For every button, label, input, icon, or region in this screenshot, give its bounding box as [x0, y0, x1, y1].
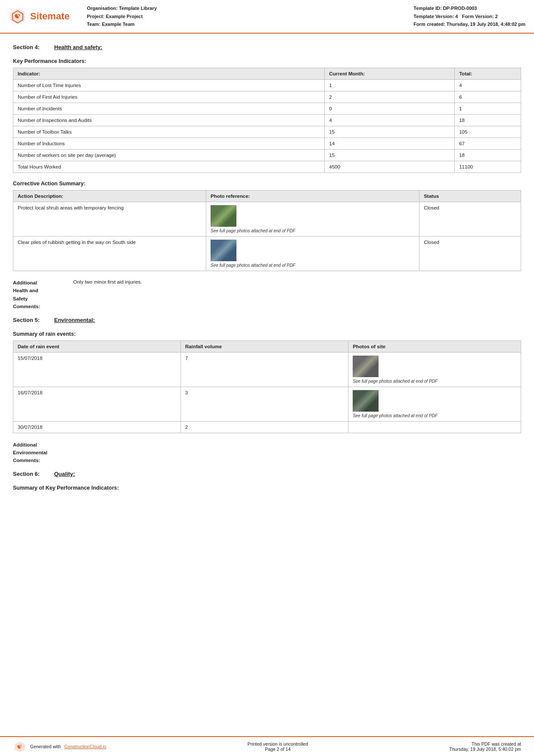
- footer-link[interactable]: ConstructionCloud.io: [64, 744, 106, 749]
- rain-caption-1: See full page photos attached at end of …: [353, 379, 516, 384]
- kpi-row-8: Total Hours Worked450011100: [13, 161, 521, 173]
- kpi-col-total: Total:: [455, 68, 521, 80]
- page-header: Sitemate Organisation: Template Library …: [0, 0, 534, 34]
- rain-date-3: 30/07/2018: [13, 421, 181, 433]
- photo-cell-1: See full page photos attached at end of …: [211, 205, 415, 233]
- form-version-value: 2: [495, 14, 498, 19]
- form-created-label: Form created:: [413, 22, 445, 27]
- footer-right: This PDF was created at Thursday, 19 Jul…: [449, 741, 521, 752]
- rain-photo-cell-1: See full page photos attached at end of …: [353, 356, 516, 384]
- rain-volume-1: 7: [181, 352, 348, 387]
- rain-col-photos: Photos of site: [348, 341, 521, 352]
- kpi-cell-3-2: 0: [325, 103, 455, 115]
- kpi-cell-1-1: Number of Lost Time Injuries: [13, 80, 325, 91]
- kpi-cell-5-1: Number of Toolbox Talks: [13, 126, 325, 138]
- header-meta-right: Template ID: DP-PROD-0003 Template Versi…: [413, 4, 525, 28]
- footer-right-text: This PDF was created at: [449, 741, 521, 747]
- project-row: Project: Example Project: [87, 12, 157, 21]
- photo-thumb-rubbish: [211, 240, 236, 261]
- section6-heading: Section 6: Quality:: [13, 471, 521, 477]
- team-row: Team: Example Team: [87, 20, 157, 28]
- kpi-cell-7-3: 18: [455, 150, 521, 161]
- logo-area: Sitemate: [9, 4, 70, 28]
- corrective-photo-1: See full page photos attached at end of …: [206, 202, 419, 237]
- template-id-row: Template ID: DP-PROD-0003: [413, 4, 525, 12]
- template-id-label: Template ID:: [413, 6, 441, 11]
- kpi-row-7: Number of workers on site per day (avera…: [13, 150, 521, 161]
- additional-hs-value: Only two minor first aid injuries.: [73, 279, 521, 311]
- rain-photo-1: See full page photos attached at end of …: [348, 352, 521, 387]
- photo-cell-2: See full page photos attached at end of …: [211, 240, 415, 268]
- kpi-heading: Key Performance Indicators:: [13, 58, 521, 64]
- org-value: Template Library: [119, 6, 157, 11]
- additional-env-value: [73, 441, 521, 465]
- rain-row-3: 30/07/2018 2: [13, 421, 521, 433]
- kpi-row-1: Number of Lost Time Injuries14: [13, 80, 521, 91]
- kpi-cell-2-1: Number of First Aid Injuries: [13, 91, 325, 103]
- org-label: Organisation:: [87, 6, 118, 11]
- corrective-status-2: Closed: [419, 237, 521, 271]
- template-id-value: DP-PROD-0003: [443, 6, 477, 11]
- template-version-row: Template Version: 4 Form Version: 2: [413, 12, 525, 21]
- template-version-value: 4: [455, 14, 458, 19]
- rain-thumb-1: [353, 356, 379, 377]
- project-label: Project:: [87, 14, 105, 19]
- kpi-cell-8-2: 4500: [325, 161, 455, 173]
- kpi-cell-5-2: 15: [325, 126, 455, 138]
- kpi-cell-6-1: Number of Inductions: [13, 138, 325, 150]
- photo-caption-2: See full page photos attached at end of …: [211, 263, 415, 268]
- kpi-col-current-month: Current Month:: [325, 68, 455, 80]
- rain-photo-cell-2: See full page photos attached at end of …: [353, 390, 516, 418]
- corrective-heading: Corrective Action Summary:: [13, 181, 521, 187]
- kpi-table: Indicator: Current Month: Total: Number …: [13, 68, 521, 173]
- header-meta: Organisation: Template Library Project: …: [87, 4, 525, 28]
- rain-thumb-2: [353, 390, 379, 412]
- kpi-cell-3-1: Number of Incidents: [13, 103, 325, 115]
- additional-hs-label: Additional Health and Safety Comments:: [13, 279, 73, 311]
- corrective-col-status: Status: [419, 191, 521, 202]
- kpi-row-6: Number of Inductions1467: [13, 138, 521, 150]
- rain-volume-2: 3: [181, 387, 348, 421]
- footer-generated-prefix: Generated with: [30, 744, 61, 749]
- footer-right-date: Thursday, 19 July 2018, 5:40:02 pm: [449, 747, 521, 752]
- kpi-row-3: Number of Incidents01: [13, 103, 521, 115]
- kpi-cell-4-2: 4: [325, 115, 455, 126]
- kpi-cell-8-3: 11100: [455, 161, 521, 173]
- corrective-table: Action Description: Photo reference: Sta…: [13, 190, 521, 271]
- corrective-col-photo: Photo reference:: [206, 191, 419, 202]
- footer-left: Generated with ConstructionCloud.io: [13, 740, 106, 753]
- footer-middle: Printed version is uncontrolled Page 2 o…: [248, 741, 308, 752]
- rain-row-2: 16/07/2018 3 See full page photos attach…: [13, 387, 521, 421]
- footer-middle-text: Printed version is uncontrolled: [248, 741, 308, 747]
- footer-logo-icon: [13, 740, 27, 753]
- kpi-cell-5-3: 105: [455, 126, 521, 138]
- rain-col-date: Date of rain event: [13, 341, 181, 352]
- form-created-value: Thursday, 19 July 2018, 4:48:02 pm: [447, 22, 525, 27]
- rain-caption-2: See full page photos attached at end of …: [353, 413, 516, 418]
- corrective-desc-1: Protect local shrub areas with temporary…: [13, 202, 206, 237]
- corrective-col-desc: Action Description:: [13, 191, 206, 202]
- kpi-cell-2-3: 6: [455, 91, 521, 103]
- sitemate-icon: [9, 7, 27, 25]
- main-content: Section 4: Health and safety: Key Perfor…: [0, 34, 534, 531]
- corrective-desc-2: Clear piles of rubbish getting in the wa…: [13, 237, 206, 271]
- section4-heading: Section 4: Health and safety:: [13, 44, 521, 50]
- rain-date-1: 15/07/2018: [13, 352, 181, 387]
- additional-hs-block: Additional Health and Safety Comments: O…: [13, 279, 521, 311]
- kpi-row-2: Number of First Aid Injuries26: [13, 91, 521, 103]
- logo-text: Sitemate: [30, 11, 70, 22]
- photo-caption-1: See full page photos attached at end of …: [211, 228, 415, 233]
- project-value: Example Project: [106, 14, 143, 19]
- section5-title: Environmental:: [54, 317, 95, 323]
- kpi-row-4: Number of Inspections and Audits418: [13, 115, 521, 126]
- kpi-cell-1-2: 1: [325, 80, 455, 91]
- org-row: Organisation: Template Library: [87, 4, 157, 12]
- rain-row-1: 15/07/2018 7 See full page photos attach…: [13, 352, 521, 387]
- rain-heading: Summary of rain events:: [13, 331, 521, 337]
- section6-title: Quality:: [54, 471, 75, 477]
- rain-volume-3: 2: [181, 421, 348, 433]
- kpi-quality-heading: Summary of Key Performance Indicators:: [13, 485, 521, 491]
- additional-env-label: Additional Environmental Comments:: [13, 441, 73, 465]
- photo-thumb-shrub: [211, 205, 236, 227]
- kpi-row-5: Number of Toolbox Talks15105: [13, 126, 521, 138]
